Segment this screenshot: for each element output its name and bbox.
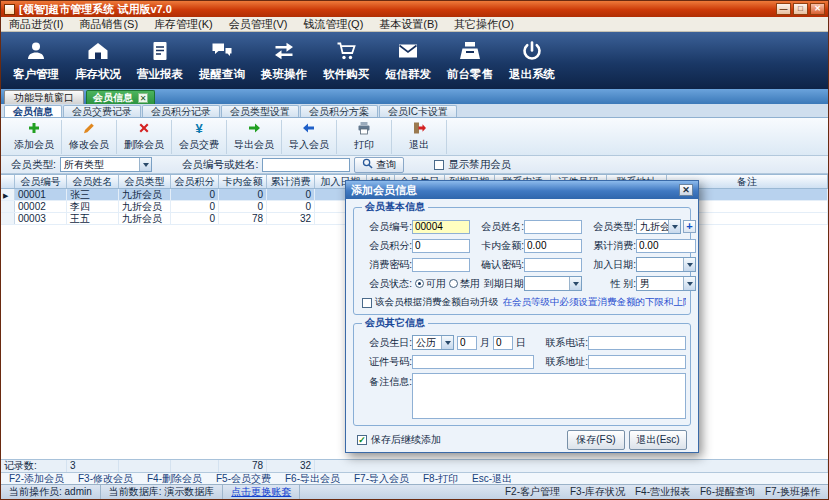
- subtab-points-scheme[interactable]: 会员积分方案: [300, 105, 378, 117]
- toolbar-customers-button[interactable]: 客户管理: [5, 35, 67, 87]
- status-enabled-label: 可用: [426, 277, 446, 291]
- subtab-member-info[interactable]: 会员信息: [4, 105, 62, 117]
- search-button[interactable]: 查询: [354, 157, 404, 173]
- toolbar-reminder-button[interactable]: 提醒查询: [191, 35, 253, 87]
- expire-date-select[interactable]: [524, 276, 582, 291]
- delete-member-button[interactable]: 删除会员: [117, 120, 172, 154]
- save-button[interactable]: 保存(FS): [567, 430, 625, 450]
- consume-input[interactable]: [636, 239, 696, 253]
- gender-select[interactable]: 男: [636, 276, 696, 291]
- gender-label: 性 别:: [582, 277, 636, 291]
- id-number-input[interactable]: [412, 355, 534, 369]
- menu-member[interactable]: 会员管理(V): [221, 17, 296, 32]
- filter-bar: 会员类型: 所有类型 会员编号或姓名: 查询 显示禁用会员: [1, 156, 828, 174]
- menu-stock[interactable]: 库存管理(K): [146, 17, 221, 32]
- menu-settings[interactable]: 基本设置(B): [371, 17, 446, 32]
- menu-cashflow[interactable]: 钱流管理(Q): [295, 17, 371, 32]
- subtab-points-records[interactable]: 会员积分记录: [142, 105, 220, 117]
- edit-icon: [82, 121, 96, 137]
- toolbar-shift-button[interactable]: 换班操作: [253, 35, 315, 87]
- status-bar: 当前操作员: admin 当前数据库: 演示数据库 点击更换账套 F2-客户管理…: [1, 484, 828, 499]
- register-icon: [458, 39, 482, 65]
- column-header[interactable]: 会员编号: [15, 175, 67, 188]
- other-info-group: 会员其它信息 会员生日: 公历 月 日 联系电话:: [353, 323, 691, 426]
- toolbar-report-button[interactable]: 营业报表: [129, 35, 191, 87]
- member-name-input[interactable]: [524, 220, 582, 234]
- points-input[interactable]: [412, 239, 470, 253]
- keyword-input[interactable]: [262, 158, 350, 172]
- column-header[interactable]: 会员积分: [171, 175, 219, 188]
- column-header[interactable]: 累计消费: [267, 175, 315, 188]
- continue-add-checkbox[interactable]: [357, 435, 367, 445]
- column-header[interactable]: 会员姓名: [67, 175, 119, 188]
- maximize-button[interactable]: □: [793, 3, 808, 15]
- remark-label: 备注信息:: [358, 375, 412, 389]
- phone-input[interactable]: [588, 336, 686, 350]
- cart-icon: [334, 39, 358, 65]
- chevron-down-icon: [441, 336, 453, 349]
- subtab-payment-records[interactable]: 会员交费记录: [63, 105, 141, 117]
- switch-account-link[interactable]: 点击更换账套: [223, 485, 300, 499]
- toolbar-inventory-button[interactable]: 库存状况: [67, 35, 129, 87]
- address-input[interactable]: [588, 355, 686, 369]
- edit-member-button[interactable]: 修改会员: [62, 120, 117, 154]
- password-label: 消费密码:: [358, 258, 412, 272]
- row-selector-indicator: [1, 201, 15, 212]
- member-payment-button[interactable]: ¥ 会员交费: [172, 120, 227, 154]
- toolbar-sms-button[interactable]: 短信群发: [377, 35, 439, 87]
- show-disabled-checkbox[interactable]: [434, 160, 444, 170]
- expire-date-label: 到期日期: [470, 277, 524, 291]
- chevron-down-icon: [668, 220, 680, 233]
- remark-textarea[interactable]: [412, 373, 686, 419]
- export-icon: [247, 121, 261, 137]
- menu-purchase[interactable]: 商品进货(I): [1, 17, 71, 32]
- password-input[interactable]: [412, 258, 470, 272]
- app-window: [领智]超市管理系统 试用版v7.0 — □ ✕ 商品进货(I) 商品销售(S)…: [0, 0, 829, 500]
- card-amount-input[interactable]: [524, 239, 582, 253]
- chevron-down-icon: [569, 277, 581, 290]
- member-no-input[interactable]: [412, 220, 470, 234]
- tab-member-info[interactable]: 会员信息 ✕: [86, 90, 155, 104]
- dialog-body: 会员基本信息 会员编号: 会员姓名: 会员类型: 九折会员: [346, 199, 698, 460]
- print-button[interactable]: 打印: [337, 120, 392, 154]
- dialog-close-icon[interactable]: ✕: [679, 184, 693, 196]
- column-header[interactable]: 会员类型: [119, 175, 171, 188]
- close-button[interactable]: ✕: [810, 3, 825, 15]
- exit-button[interactable]: 退出: [392, 120, 447, 154]
- row-selector-indicator: [1, 189, 15, 200]
- column-header[interactable]: 卡内金额: [219, 175, 267, 188]
- add-member-type-button[interactable]: +: [683, 220, 696, 233]
- dialog-exit-button[interactable]: 退出(Esc): [629, 430, 687, 450]
- dialog-title-bar: 添加会员信息 ✕: [346, 181, 698, 199]
- status-label: 会员状态:: [358, 277, 412, 291]
- import-members-button[interactable]: 导入会员: [282, 120, 337, 154]
- menu-sales[interactable]: 商品销售(S): [71, 17, 146, 32]
- status-disabled-radio[interactable]: [449, 279, 458, 288]
- exit-icon: [412, 121, 426, 137]
- power-icon: [520, 39, 544, 65]
- member-name-label: 会员姓名:: [470, 220, 524, 234]
- export-members-button[interactable]: 导出会员: [227, 120, 282, 154]
- join-date-select[interactable]: [636, 257, 696, 272]
- birthday-day-input[interactable]: [493, 336, 513, 350]
- sum-card-amount: 78: [219, 460, 267, 472]
- status-enabled-radio[interactable]: [415, 279, 424, 288]
- tab-close-icon[interactable]: ✕: [138, 93, 148, 103]
- calendar-type-select[interactable]: 公历: [412, 335, 454, 350]
- search-icon: [362, 158, 373, 171]
- toolbar-pos-button[interactable]: 前台零售: [439, 35, 501, 87]
- member-type-select[interactable]: 所有类型: [60, 157, 152, 172]
- subtab-type-settings[interactable]: 会员类型设置: [221, 105, 299, 117]
- subtab-ic-card[interactable]: 会员IC卡设置: [379, 105, 457, 117]
- tab-nav-window[interactable]: 功能导航窗口: [4, 90, 84, 104]
- birthday-month-input[interactable]: [457, 336, 477, 350]
- confirm-password-input[interactable]: [524, 258, 582, 272]
- member-type-select[interactable]: 九折会员: [636, 219, 681, 234]
- consume-label: 累计消费:: [582, 239, 636, 253]
- add-member-button[interactable]: 添加会员: [7, 120, 62, 154]
- minimize-button[interactable]: —: [776, 3, 791, 15]
- auto-upgrade-checkbox[interactable]: [362, 298, 372, 308]
- menu-other[interactable]: 其它操作(O): [446, 17, 522, 32]
- toolbar-purchase-button[interactable]: 软件购买: [315, 35, 377, 87]
- toolbar-exit-button[interactable]: 退出系统: [501, 35, 563, 87]
